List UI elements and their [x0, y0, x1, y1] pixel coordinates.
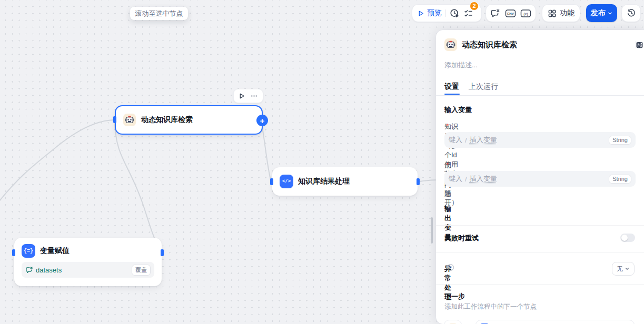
- collapse-arrow-icon: [448, 204, 451, 208]
- node-title: 知识库结果处理: [298, 177, 350, 186]
- checklist-count-badge: 2: [470, 2, 479, 11]
- workflow-editor: 滚动至选中节点 预览 2 ENV: [0, 0, 644, 324]
- error-handling-value: 无: [617, 265, 623, 274]
- features-button[interactable]: [548, 9, 557, 18]
- input-handle[interactable]: [113, 116, 116, 123]
- tooltip-text: 滚动至选中节点: [135, 9, 183, 18]
- code-node-icon: </>: [280, 175, 293, 188]
- input-handle[interactable]: [12, 249, 15, 256]
- retry-label: 失败时重试: [444, 234, 479, 243]
- user-question-variable-input[interactable]: 键入 / 插入变量 String: [444, 171, 636, 187]
- node-action-bar: [233, 89, 263, 103]
- toggle-knob: [621, 235, 628, 241]
- add-next-node-button[interactable]: +: [256, 115, 268, 126]
- toolbar-variables-group: ENV (x): [486, 4, 536, 22]
- variable-icon: (x): [520, 9, 531, 18]
- play-icon: [418, 10, 424, 17]
- env-icon: ENV: [505, 9, 516, 18]
- run-history-button[interactable]: [450, 8, 460, 18]
- variable-inspector-button[interactable]: (x): [520, 9, 531, 18]
- required-asterisk: *: [446, 161, 449, 169]
- toolbar-divider: [445, 9, 446, 17]
- active-tab-underline: [444, 94, 460, 95]
- placeholder-type: 键入: [449, 174, 462, 184]
- datasets-variable-input[interactable]: 键入 / 插入变量 String: [444, 132, 636, 148]
- placeholder-type: 键入: [449, 135, 462, 145]
- toolbar-run-group: 预览 2: [412, 4, 482, 22]
- features-label[interactable]: 功能: [560, 8, 574, 18]
- preview-label: 预览: [427, 8, 442, 18]
- preview-button[interactable]: 预览: [418, 8, 442, 18]
- node-title: 变量赋值: [40, 246, 70, 256]
- tab-settings[interactable]: 设置: [444, 82, 459, 92]
- description-placeholder[interactable]: 添加描述...: [444, 60, 478, 70]
- next-node-chip[interactable]: </>: [475, 320, 635, 324]
- clock-play-icon: [450, 8, 460, 18]
- version-history-button[interactable]: [627, 8, 636, 18]
- panel-title: 动态知识库检索: [462, 40, 631, 50]
- toolbar-features-group: 功能: [542, 4, 580, 22]
- conversation-variables-button[interactable]: [490, 8, 500, 18]
- node-kb-result-processor[interactable]: </> 知识库结果处理: [272, 167, 418, 196]
- environment-variables-button[interactable]: ENV: [505, 9, 516, 18]
- placeholder-insert-variable[interactable]: 插入变量: [470, 174, 497, 184]
- robot-node-icon: [123, 114, 136, 126]
- chat-variable-icon: [490, 8, 500, 18]
- node-run-icon[interactable]: [239, 93, 245, 99]
- publish-label: 发布: [591, 8, 606, 18]
- tab-last-run[interactable]: 上次运行: [469, 82, 498, 92]
- placeholder-slash: /: [465, 175, 467, 183]
- toolbar-history-group: [621, 4, 641, 22]
- node-config-panel: 动态知识库检索 添加描述... 设置 上次运行 输入变量 知识库集（多个Id使用…: [436, 30, 644, 324]
- section-divider: [436, 252, 644, 253]
- tabs-divider: [436, 95, 644, 96]
- canvas-scrollbar[interactable]: [431, 217, 433, 244]
- env-icon-label: ENV: [507, 12, 514, 15]
- input-handle[interactable]: [270, 178, 273, 185]
- section-divider: [436, 284, 644, 285]
- version-history-icon: [627, 8, 636, 18]
- chevron-down-icon: [625, 266, 630, 271]
- next-step-heading: 下一步: [444, 292, 465, 301]
- error-handling-select[interactable]: 无: [612, 262, 635, 276]
- node-dynamic-kb-retrieval[interactable]: 动态知识库检索 +: [115, 105, 263, 135]
- type-badge-string: String: [609, 175, 631, 184]
- checklist-button[interactable]: 2: [463, 8, 473, 18]
- required-asterisk: *: [446, 122, 449, 130]
- next-step-description: 添加此工作流程中的下一个节点: [444, 302, 537, 311]
- scroll-to-node-tooltip: 滚动至选中节点: [130, 7, 188, 20]
- close-icon[interactable]: [636, 41, 643, 48]
- output-handle[interactable]: [161, 249, 164, 256]
- section-divider: [436, 225, 644, 226]
- node-variable-assigner[interactable]: {=} 变量赋值 datasets 覆盖: [14, 238, 162, 286]
- help-icon[interactable]: ?: [447, 264, 454, 271]
- chevron-down-icon: [607, 11, 613, 16]
- type-badge-string: String: [609, 136, 631, 145]
- assigner-node-icon: {=}: [22, 244, 35, 258]
- output-handle[interactable]: [417, 178, 420, 185]
- variable-icon-label: (x): [523, 11, 528, 16]
- write-mode-badge: 覆盖: [132, 265, 151, 276]
- plus-icon: +: [260, 116, 265, 125]
- current-node-chip[interactable]: [444, 320, 462, 324]
- assigned-variable-row[interactable]: datasets 覆盖: [22, 262, 154, 278]
- placeholder-slash: /: [465, 136, 467, 144]
- chat-variable-icon: [25, 266, 33, 274]
- node-title: 动态知识库检索: [141, 115, 193, 125]
- features-icon: [548, 9, 557, 18]
- placeholder-insert-variable[interactable]: 插入变量: [470, 135, 497, 145]
- retry-toggle[interactable]: [620, 234, 635, 242]
- node-more-icon[interactable]: [250, 92, 258, 100]
- robot-node-icon: [444, 38, 457, 51]
- publish-button[interactable]: 发布: [586, 4, 617, 22]
- variable-name: datasets: [36, 266, 129, 274]
- panel-header: 动态知识库检索: [444, 37, 636, 52]
- input-vars-heading: 输入变量: [444, 105, 472, 115]
